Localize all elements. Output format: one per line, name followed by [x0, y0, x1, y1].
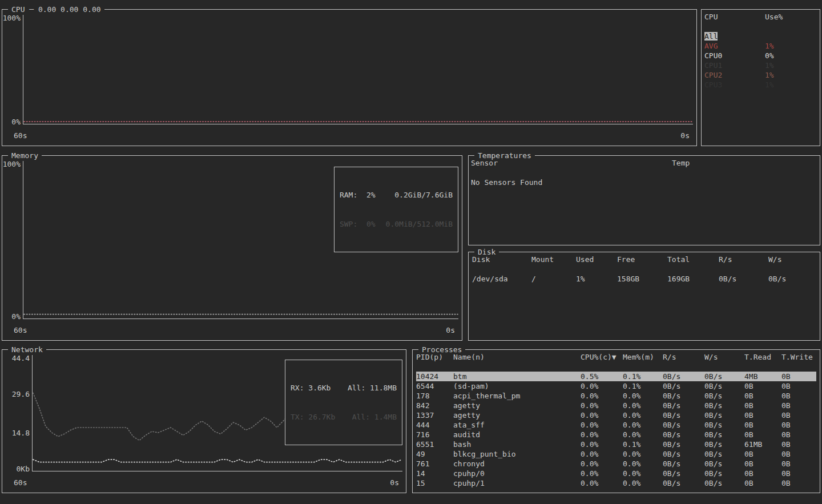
cell: 0B	[744, 449, 781, 459]
temperatures-panel[interactable]: Temperatures Sensor Temp No Sensors Foun…	[468, 155, 820, 245]
used-col-header[interactable]: Used	[576, 255, 617, 264]
cell: 0B/s	[663, 440, 704, 449]
disk-table: Disk Mount Used Free Total R/s W/s /dev/…	[469, 252, 820, 284]
cell: 0B/s	[719, 274, 768, 284]
cpu-x-axis: 60s 0s	[14, 131, 690, 140]
cpu-y-max-label: 100%	[2, 13, 21, 23]
table-row[interactable]: 178acpi_thermal_pm0.0%0.0%0B/s0B/s0B0B	[416, 391, 816, 401]
rx-total: All: 11.8MB	[348, 383, 397, 393]
cell: 0.0%	[623, 430, 663, 440]
tread-col-header[interactable]: T.Read	[744, 352, 781, 362]
cell: 0B	[744, 459, 781, 469]
cell: 1337	[416, 410, 453, 420]
cell: 0B	[781, 478, 816, 488]
cell: 0.5%	[581, 372, 623, 381]
cpu-use-cell: 0%	[765, 51, 817, 61]
cell: 0.0%	[581, 420, 623, 430]
mount-col-header[interactable]: Mount	[531, 255, 576, 264]
twrite-col-header[interactable]: T.Write	[781, 352, 816, 362]
cpu-chart-area: 100% 0%	[2, 15, 693, 124]
ws-col-header[interactable]: W/s	[704, 352, 744, 362]
cell: 10424	[416, 372, 453, 381]
cell: 158GB	[617, 274, 667, 284]
memory-panel[interactable]: Memory 100% 0% RAM: 2% 0.2GiB/7.6GiB SWP…	[2, 155, 462, 341]
processes-table: PID(p) Name(n) CPU%(c)▼ Mem%(m) R/s W/s …	[413, 350, 820, 488]
cpu-row-avg[interactable]: AVG1%	[704, 41, 817, 51]
cpu-col-header-sorted[interactable]: CPU%(c)▼	[581, 352, 623, 362]
cell: 1%	[576, 274, 617, 284]
cell: 0B/s	[704, 478, 744, 488]
cpu-row-cpu0[interactable]: CPU00%	[704, 51, 817, 61]
write-col-header[interactable]: W/s	[768, 255, 816, 264]
cell: 0B/s	[663, 449, 704, 459]
cell: 0.1%	[623, 381, 663, 391]
table-row[interactable]: 716auditd0.0%0.0%0B/s0B/s0B0B	[416, 430, 816, 440]
cpu-x-left-label: 60s	[14, 131, 27, 140]
cell: 0.0%	[581, 410, 623, 420]
cpu-row-cpu1[interactable]: CPU11%	[704, 61, 817, 70]
table-row[interactable]: 15cpuhp/10.0%0.0%0B/s0B/s0B0B	[416, 478, 816, 488]
title-separator: ─	[25, 5, 38, 14]
cell: 0B	[781, 440, 816, 449]
cell: ata_sff	[453, 420, 581, 430]
swap-value: 0.0MiB/512.0MiB	[386, 219, 453, 229]
cpu-table-rows: AllAVG1%CPU00%CPU11%CPU21%CPU31%	[704, 31, 817, 90]
cell: auditd	[453, 430, 581, 440]
cpu-table-panel[interactable]: CPU Use% AllAVG1%CPU00%CPU11%CPU21%CPU31…	[701, 9, 820, 146]
cell: blkcg_punt_bio	[453, 449, 581, 459]
cell: cpuhp/0	[453, 469, 581, 478]
cell: agetty	[453, 410, 581, 420]
name-col-header[interactable]: Name(n)	[453, 352, 581, 362]
free-col-header[interactable]: Free	[617, 255, 667, 264]
mem-col-header[interactable]: Mem%(m)	[623, 352, 663, 362]
network-y-label-min: 0Kb	[2, 464, 30, 474]
rs-col-header[interactable]: R/s	[663, 352, 704, 362]
table-row[interactable]: /dev/sda/1%158GB169GB0B/s0B/s	[472, 274, 816, 284]
cell: /	[531, 274, 576, 284]
temp-col-header[interactable]: Temp	[672, 158, 817, 168]
read-col-header[interactable]: R/s	[719, 255, 768, 264]
table-row[interactable]: 6551bash0.0%0.1%0B/s0B/s61MB0B	[416, 440, 816, 449]
processes-panel[interactable]: Processes PID(p) Name(n) CPU%(c)▼ Mem%(m…	[412, 349, 820, 493]
cell: 0.0%	[581, 459, 623, 469]
disk-panel[interactable]: Disk Disk Mount Used Free Total R/s W/s …	[468, 252, 820, 341]
cpu-name-cell: AVG	[704, 41, 765, 51]
cell: 0B	[781, 401, 816, 410]
table-row[interactable]: 6544(sd-pam)0.0%0.1%0B/s0B/s0B0B	[416, 381, 816, 391]
use-col-header[interactable]: Use%	[765, 12, 817, 22]
cell: 0B/s	[704, 372, 744, 381]
total-col-header[interactable]: Total	[667, 255, 719, 264]
cpu-panel[interactable]: CPU ─ 0.00 0.00 0.00 100% 0% 60s 0s	[2, 9, 697, 146]
cell: acpi_thermal_pm	[453, 391, 581, 401]
cell: 0B/s	[663, 478, 704, 488]
network-panel[interactable]: Network 44.4 29.6 14.8 0Kb RX: 3.6Kb All…	[2, 349, 406, 493]
table-row[interactable]: 14cpuhp/00.0%0.0%0B/s0B/s0B0B	[416, 469, 816, 478]
table-row[interactable]: 761chronyd0.0%0.0%0B/s0B/s0B0B	[416, 459, 816, 469]
cell: 0B	[744, 391, 781, 401]
table-row-selected[interactable]: 10424btm0.5%0.1%0B/s0B/s4MB0B	[416, 372, 816, 381]
cpu-use-cell: 1%	[765, 61, 817, 70]
cpu-row-cpu3[interactable]: CPU31%	[704, 80, 817, 90]
network-x-axis: 60s 0s	[14, 478, 399, 487]
cell: 0.0%	[623, 459, 663, 469]
cpu-name-cell: CPU3	[704, 80, 765, 90]
cell: 0B/s	[663, 469, 704, 478]
cpu-panel-title: CPU ─ 0.00 0.00 0.00	[8, 5, 104, 14]
network-x-right-label: 0s	[390, 478, 399, 487]
table-row[interactable]: 1337agetty0.0%0.0%0B/s0B/s0B0B	[416, 410, 816, 420]
cpu-name-cell: CPU0	[704, 51, 765, 61]
cell: 6551	[416, 440, 453, 449]
table-row[interactable]: 842agetty0.0%0.0%0B/s0B/s0B0B	[416, 401, 816, 410]
cpu-row-cpu2[interactable]: CPU21%	[704, 70, 817, 80]
cell: 0B	[781, 420, 816, 430]
cpu-col-header[interactable]: CPU	[704, 12, 765, 22]
table-row[interactable]: 49blkcg_punt_bio0.0%0.0%0B/s0B/s0B0B	[416, 449, 816, 459]
cpu-row-all[interactable]: All	[704, 31, 817, 41]
cell: 0B	[744, 410, 781, 420]
temperatures-table: Sensor Temp No Sensors Found	[469, 156, 820, 187]
cell: 15	[416, 478, 453, 488]
cell: 0.0%	[581, 401, 623, 410]
cpu-name-cell: CPU1	[704, 61, 765, 70]
table-row[interactable]: 444ata_sff0.0%0.0%0B/s0B/s0B0B	[416, 420, 816, 430]
cell: btm	[453, 372, 581, 381]
